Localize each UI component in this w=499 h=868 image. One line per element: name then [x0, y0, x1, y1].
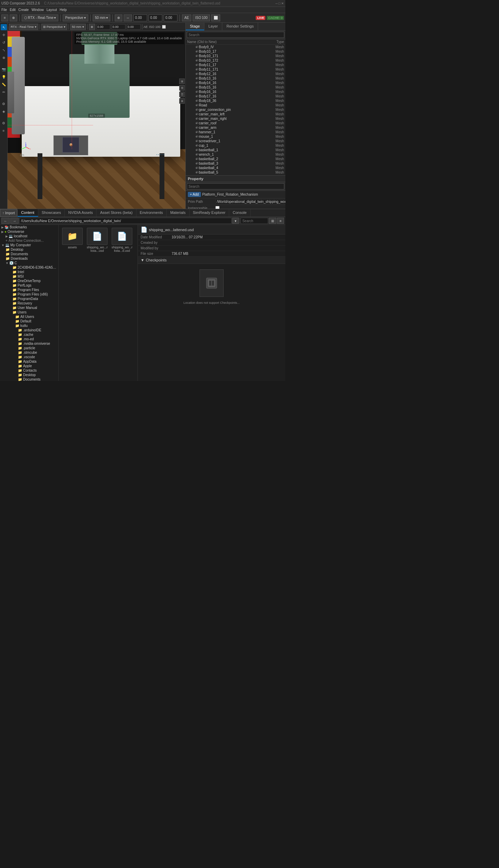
tab-materials[interactable]: Materials [167, 209, 190, 217]
vp-focal-btn[interactable]: 50 mm ▾ [70, 24, 86, 30]
select-tool[interactable]: ↖ [1, 24, 7, 30]
localhost-item[interactable]: ▶ 💻 localhost [0, 234, 58, 238]
tree-item[interactable]: 👁 ● carrier_roof Mesh [186, 121, 285, 125]
live-badge[interactable]: LIVE [256, 16, 265, 20]
folder-item[interactable]: 📁 AppData [0, 359, 58, 364]
folder-item[interactable]: 📁 .particle [0, 346, 58, 350]
tree-item[interactable]: 👁 ● basketball_3 Mesh [186, 161, 285, 166]
viewport[interactable]: 📦 • • • • • [8, 23, 185, 209]
nav-forward-btn[interactable]: → [10, 218, 19, 224]
desktop-tree-item[interactable]: 📁 Desktop [0, 247, 58, 252]
tree-item[interactable]: 👁 ● Body9_IV Mesh [186, 45, 285, 49]
tree-item[interactable]: 👁 ● carrier_main_left Mesh [186, 112, 285, 116]
property-search-input[interactable] [187, 183, 284, 189]
measure-tool[interactable]: 📏 [1, 81, 7, 87]
nav-back-btn[interactable]: ← [1, 218, 10, 224]
tab-nvidia-assets[interactable]: NVIDIA Assets [65, 209, 97, 217]
z-input[interactable] [164, 14, 177, 21]
tree-item[interactable]: 👁 ● basketball_2 Mesh [186, 157, 285, 161]
tree-item[interactable]: 👁 ● hammer_1 Mesh [186, 130, 285, 134]
tree-item[interactable]: 👁 ● Body14_16 Mesh [186, 81, 285, 85]
menu-create[interactable]: Create [18, 8, 29, 12]
instanceable-checkbox[interactable] [215, 206, 220, 209]
menu-window[interactable]: Window [31, 8, 44, 12]
folder-item[interactable]: 📁 .nvidia-omniverse [0, 341, 58, 346]
camera-btn[interactable]: Perspective ▾ [63, 14, 88, 21]
tree-item[interactable]: 👁 ● basketball_5 Mesh [186, 170, 285, 175]
tree-item[interactable]: 👁 ● mouse_1 Mesh [186, 134, 285, 139]
tree-item[interactable]: 👁 ● Body10_171 Mesh [186, 54, 285, 58]
folder-item[interactable]: 📁 Users [0, 310, 58, 314]
file-thumb-item[interactable]: 📄 shipping_wo...rksta...usd [86, 228, 108, 252]
folder-item[interactable]: 📁 Apple [0, 364, 58, 368]
add-property-btn[interactable]: + Add [188, 192, 201, 197]
tab-simready[interactable]: SimReady Explorer [190, 209, 230, 217]
snap-btn[interactable]: ⊕ [10, 14, 17, 21]
vp-camera-btn[interactable]: ⊞ Perspective ▾ [41, 24, 67, 30]
tree-item[interactable]: 👁 ● Body11_171 Mesh [186, 67, 285, 72]
folder-item[interactable]: 📁 ProgramData [0, 297, 58, 301]
scene-search-input[interactable] [187, 32, 284, 38]
folder-item[interactable]: 📁 Intel [0, 270, 58, 274]
vp-renderer-btn[interactable]: RTX - Real-Time ▾ [9, 24, 38, 30]
settings-icon-btn[interactable]: ⚙ [1, 120, 7, 126]
folder-item[interactable]: 📁 kutlu [0, 323, 58, 328]
bookmarks-item[interactable]: ▶ 📚 Bookmarks [0, 225, 58, 229]
view-toggle-btn[interactable]: ⊞ [269, 218, 276, 224]
iso-btn[interactable]: ISO 100 [193, 14, 210, 21]
folder-item[interactable]: 📁 Program Files (x86) [0, 292, 58, 297]
file-thumb-item[interactable]: 📄 shipping_wo...rksta...d.usd [111, 228, 133, 252]
tree-item[interactable]: 👁 ● cup_1 Mesh [186, 143, 285, 148]
tree-item[interactable]: 👁 ● wrench_1 Mesh [186, 152, 285, 157]
folder-item[interactable]: 📁 2C43B4D6-E396-42A5-A77C-14B10I [0, 265, 58, 270]
material-tool[interactable]: ◈ [1, 108, 7, 114]
vp-icon-3[interactable]: ☰ [179, 92, 185, 97]
layer-tab[interactable]: Layer [204, 23, 223, 30]
omniverse-item[interactable]: ▶ ● Omniverse [0, 229, 58, 234]
my-computer-item[interactable]: ▼ 💻 My Computer [0, 243, 58, 247]
vp-z-input[interactable] [127, 24, 141, 30]
add-connection-item[interactable]: + Add New Connection... [0, 238, 58, 243]
folder-item[interactable]: 📁 Default [0, 319, 58, 323]
tree-item[interactable]: 👁 ● Body13_16 Mesh [186, 76, 285, 81]
folder-item[interactable]: 📁 .stmcube [0, 350, 58, 355]
folder-item[interactable]: 📁 MSI [0, 274, 58, 279]
stage-tab[interactable]: Stage [186, 23, 204, 30]
tree-item[interactable]: 👁 ● carrier_arm Mesh [186, 125, 285, 130]
tab-content[interactable]: Content [18, 209, 38, 217]
y-input[interactable] [149, 14, 162, 21]
downloads-tree-item[interactable]: 📁 Downloads [0, 256, 58, 261]
focal-btn[interactable]: 50 mm ▾ [93, 14, 111, 21]
tab-environments[interactable]: Environments [136, 209, 167, 217]
x-input[interactable] [133, 14, 147, 21]
folder-item[interactable]: 📁 .cache [0, 332, 58, 337]
menu-help[interactable]: Help [60, 8, 67, 12]
tree-item[interactable]: 👁 ● basketball_1 Mesh [186, 148, 285, 152]
tree-item[interactable]: 👁 ● Body10_172 Mesh [186, 58, 285, 63]
gizmo-btn[interactable]: ⊕ [115, 14, 122, 21]
vp-gizmo-btn[interactable]: ⊕ [89, 24, 95, 30]
tree-item[interactable]: 👁 ● Body15_16 Mesh [186, 85, 285, 90]
tab-showcases[interactable]: Showcases [38, 209, 65, 217]
folder-item[interactable]: 📁 .vscode [0, 355, 58, 359]
folder-item[interactable]: 📁 Contacts [0, 368, 58, 373]
renderer-btn[interactable]: ⬡ RTX - Real-Time ▾ [22, 14, 58, 21]
render-tab[interactable]: Render Settings [222, 23, 258, 30]
hdr-btn[interactable]: ⬜ [211, 14, 220, 21]
import-btn[interactable]: ↑ Import [0, 209, 17, 217]
ae-btn[interactable]: AE [182, 14, 191, 21]
menu-edit[interactable]: Edit [10, 8, 16, 12]
folder-item[interactable]: 📁 Desktop [0, 373, 58, 377]
menu-file[interactable]: File [1, 8, 7, 12]
move-tool[interactable]: ✛ [1, 32, 7, 38]
light-tool[interactable]: 💡 [1, 74, 7, 80]
checkpoints-header[interactable]: ▼ Checkpoints [138, 257, 285, 264]
layers-icon-btn[interactable]: ≡ [1, 127, 7, 134]
path-input[interactable] [19, 218, 232, 224]
content-search-input[interactable] [241, 218, 268, 224]
tree-item[interactable]: 👁 ● Body18_36 Mesh [186, 99, 285, 103]
vp-icon-2[interactable]: ⚙ [179, 85, 185, 91]
tree-item[interactable]: 👁 ● Body12_16 Mesh [186, 72, 285, 76]
folder-item[interactable]: 📁 Documents [0, 377, 58, 381]
transform-btn[interactable]: ↔ [124, 14, 132, 21]
